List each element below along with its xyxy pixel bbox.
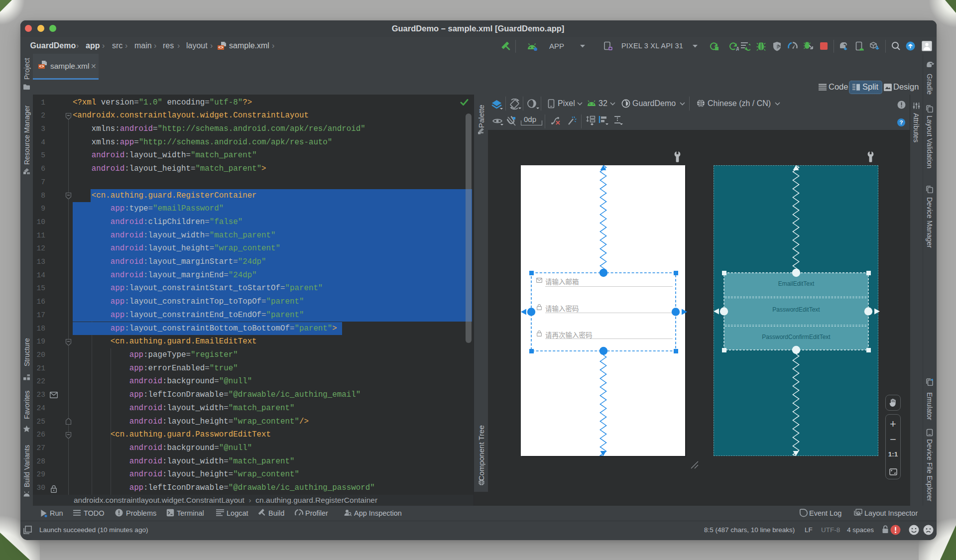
svg-text:<>: <>: [218, 45, 223, 50]
svg-text:PasswordConfirmEditText: PasswordConfirmEditText: [762, 334, 831, 340]
svg-text:PasswordEditText: PasswordEditText: [772, 306, 820, 313]
svg-text:?: ?: [899, 119, 903, 125]
svg-text:<>: <>: [39, 64, 44, 69]
svg-text:A: A: [736, 46, 739, 51]
svg-text:EmailEditText: EmailEditText: [778, 280, 815, 287]
